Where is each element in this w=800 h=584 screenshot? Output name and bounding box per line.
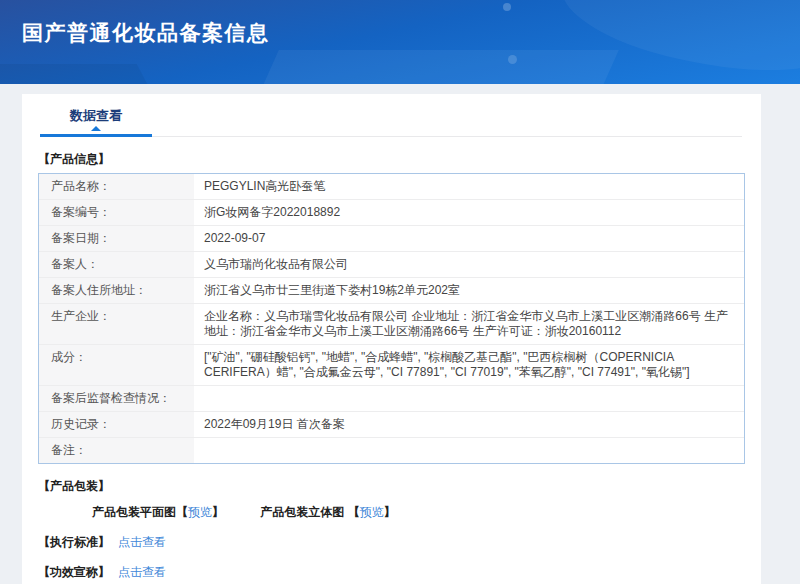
packaging-3d-item: 产品包装立体图 【预览】 — [260, 504, 395, 521]
row-value: PEGGYLIN高光卧蚕笔 — [194, 174, 744, 199]
efficacy-section-title: 【功效宣称】 — [38, 565, 110, 579]
tab-data-view[interactable]: 数据查看 — [40, 107, 152, 137]
header-decor-dot — [508, 55, 517, 64]
row-label: 备案编号： — [39, 200, 194, 225]
row-value: 2022年09月19日 首次备案 — [194, 412, 744, 437]
row-value — [194, 438, 744, 463]
row-label: 备案后监督检查情况： — [39, 386, 194, 411]
bracket-close: 】 — [212, 505, 224, 519]
standard-section: 【执行标准】点击查看 — [38, 534, 745, 551]
packaging-links-row: 产品包装平面图【预览】 产品包装立体图 【预览】 — [92, 504, 745, 521]
tab-bar: 数据查看 — [40, 94, 742, 137]
row-label: 成分： — [39, 345, 194, 385]
preview-link-3d[interactable]: 预览 — [360, 505, 384, 519]
row-value: ["矿油", "硼硅酸铝钙", "地蜡", "合成蜂蜡", "棕榈酸乙基己酯",… — [194, 345, 744, 385]
tab-data-view-label: 数据查看 — [70, 108, 122, 123]
row-value: 浙G妆网备字2022018892 — [194, 200, 744, 225]
product-info-section-title: 【产品信息】 — [38, 151, 745, 168]
preview-link-flat[interactable]: 预览 — [188, 505, 212, 519]
table-row: 成分： ["矿油", "硼硅酸铝钙", "地蜡", "合成蜂蜡", "棕榈酸乙基… — [39, 345, 744, 386]
table-row: 备案编号： 浙G妆网备字2022018892 — [39, 200, 744, 226]
row-label: 生产企业： — [39, 304, 194, 344]
view-link-standard[interactable]: 点击查看 — [118, 535, 166, 549]
row-value: 浙江省义乌市廿三里街道下娄村19栋2单元202室 — [194, 278, 744, 303]
table-row: 产品名称： PEGGYLIN高光卧蚕笔 — [39, 174, 744, 200]
efficacy-section: 【功效宣称】点击查看 — [38, 564, 745, 581]
table-row: 备案人住所地址： 浙江省义乌市廿三里街道下娄村19栋2单元202室 — [39, 278, 744, 304]
row-label: 备注： — [39, 438, 194, 463]
row-value: 企业名称：义乌市瑞雪化妆品有限公司 企业地址：浙江省金华市义乌市上溪工业区潮涌路… — [194, 304, 744, 344]
page-title: 国产普通化妆品备案信息 — [0, 0, 800, 47]
table-row: 备案日期： 2022-09-07 — [39, 226, 744, 252]
row-value — [194, 386, 744, 411]
packaging-section-title: 【产品包装】 — [38, 478, 745, 495]
row-value: 义乌市瑞尚化妆品有限公司 — [194, 252, 744, 277]
standard-section-title: 【执行标准】 — [38, 535, 110, 549]
row-label: 产品名称： — [39, 174, 194, 199]
packaging-flat-item: 产品包装平面图【预览】 — [92, 504, 224, 521]
product-info-table: 产品名称： PEGGYLIN高光卧蚕笔 备案编号： 浙G妆网备字20220188… — [38, 173, 745, 464]
table-row: 备案人： 义乌市瑞尚化妆品有限公司 — [39, 252, 744, 278]
table-row: 历史记录： 2022年09月19日 首次备案 — [39, 412, 744, 438]
packaging-flat-label: 产品包装平面图 — [92, 505, 176, 519]
bracket-open: 【 — [348, 505, 360, 519]
table-row: 备注： — [39, 438, 744, 463]
row-label: 历史记录： — [39, 412, 194, 437]
row-label: 备案日期： — [39, 226, 194, 251]
bracket-open: 【 — [176, 505, 188, 519]
page-header: 国产普通化妆品备案信息 — [0, 0, 800, 84]
header-decor-shape — [0, 64, 163, 84]
table-row: 备案后监督检查情况： — [39, 386, 744, 412]
content-card: 数据查看 【产品信息】 产品名称： PEGGYLIN高光卧蚕笔 备案编号： 浙G… — [22, 94, 761, 584]
header-decor-shape — [251, 50, 619, 84]
row-label: 备案人： — [39, 252, 194, 277]
tab-active-pointer-icon — [91, 126, 101, 131]
main-content: 【产品信息】 产品名称： PEGGYLIN高光卧蚕笔 备案编号： 浙G妆网备字2… — [22, 151, 761, 581]
packaging-3d-label: 产品包装立体图 — [260, 505, 347, 519]
table-row: 生产企业： 企业名称：义乌市瑞雪化妆品有限公司 企业地址：浙江省金华市义乌市上溪… — [39, 304, 744, 345]
bracket-close: 】 — [384, 505, 396, 519]
row-label: 备案人住所地址： — [39, 278, 194, 303]
row-value: 2022-09-07 — [194, 226, 744, 251]
view-link-efficacy[interactable]: 点击查看 — [118, 565, 166, 579]
